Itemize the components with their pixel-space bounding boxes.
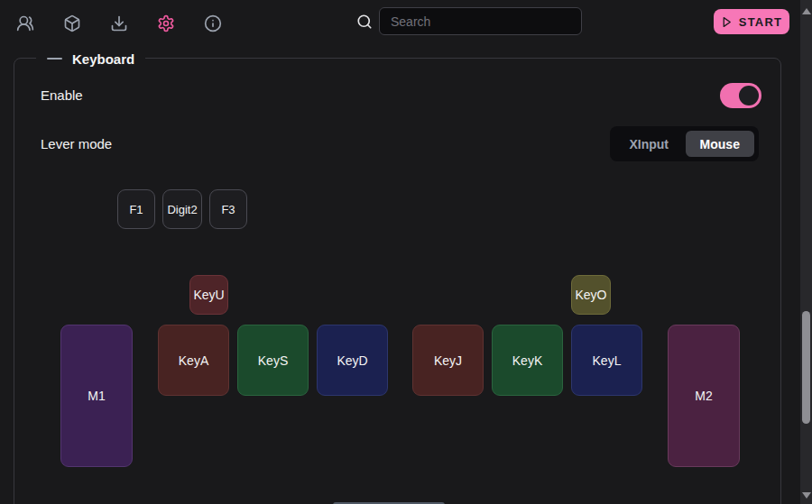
gear-icon[interactable] [156, 14, 176, 34]
vertical-scrollbar[interactable] [800, 0, 812, 504]
key-keyj[interactable]: KeyJ [412, 325, 484, 396]
search-icon [356, 14, 373, 30]
app-root: START Keyboard Enable Lever mode XInput … [0, 0, 812, 504]
lever-mode-segmented: XInput Mouse [610, 126, 759, 161]
scroll-up-arrow-icon[interactable] [802, 8, 811, 14]
search-input[interactable] [379, 7, 582, 35]
download-icon[interactable] [109, 14, 129, 34]
key-keya[interactable]: KeyA [158, 325, 229, 396]
key-f3[interactable]: F3 [209, 189, 247, 229]
key-keyk[interactable]: KeyK [492, 325, 563, 396]
key-keyl[interactable]: KeyL [571, 325, 642, 396]
key-m2[interactable]: M2 [668, 325, 740, 467]
enable-toggle[interactable] [720, 83, 761, 108]
enable-label: Enable [41, 87, 83, 103]
play-icon [721, 16, 733, 28]
key-keyd[interactable]: KeyD [317, 325, 388, 396]
collapse-dash-icon [47, 58, 62, 60]
start-button-label: START [739, 15, 782, 29]
key-m1[interactable]: M1 [60, 325, 133, 467]
users-icon[interactable] [15, 14, 35, 34]
toggle-knob [739, 86, 759, 105]
section-title: Keyboard [72, 51, 134, 67]
info-icon[interactable] [203, 14, 223, 34]
key-f1[interactable]: F1 [117, 189, 155, 229]
section-legend: Keyboard [36, 50, 145, 68]
key-keys[interactable]: KeyS [237, 325, 309, 396]
keyboard-section-panel: Keyboard Enable Lever mode XInput Mouse … [14, 58, 781, 504]
key-digit2[interactable]: Digit2 [162, 189, 202, 229]
key-keyu[interactable]: KeyU [189, 275, 228, 315]
segment-mouse[interactable]: Mouse [686, 131, 755, 157]
segment-xinput[interactable]: XInput [614, 131, 684, 157]
lever-mode-label: Lever mode [41, 136, 112, 151]
start-button[interactable]: START [714, 9, 789, 34]
key-keyo[interactable]: KeyO [571, 275, 611, 315]
cube-icon[interactable] [62, 14, 82, 34]
scrollbar-thumb[interactable] [802, 311, 810, 424]
scroll-down-arrow-icon[interactable] [802, 492, 811, 499]
topbar: START [0, 0, 800, 47]
